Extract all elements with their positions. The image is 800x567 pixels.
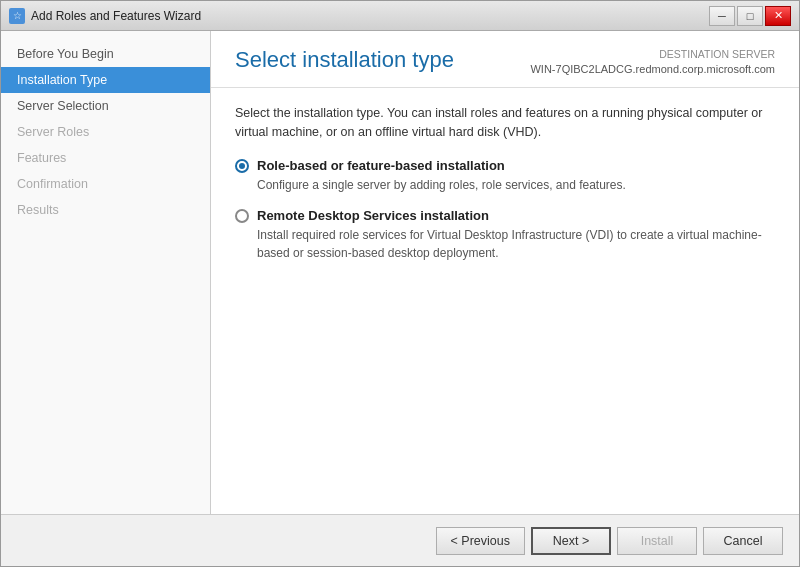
window-title: Add Roles and Features Wizard [31, 9, 201, 23]
title-bar-left: Add Roles and Features Wizard [9, 8, 201, 24]
next-button[interactable]: Next > [531, 527, 611, 555]
sidebar-item-results: Results [1, 197, 210, 223]
cancel-button[interactable]: Cancel [703, 527, 783, 555]
destination-label: DESTINATION SERVER [530, 47, 775, 62]
sidebar-item-installation-type[interactable]: Installation Type [1, 67, 210, 93]
main-body: Select the installation type. You can in… [211, 88, 799, 514]
install-button: Install [617, 527, 697, 555]
wizard-window: Add Roles and Features Wizard ─ □ ✕ Befo… [0, 0, 800, 567]
minimize-button[interactable]: ─ [709, 6, 735, 26]
sidebar-item-server-selection[interactable]: Server Selection [1, 93, 210, 119]
title-bar-controls: ─ □ ✕ [709, 6, 791, 26]
radio-label-remote-desktop[interactable]: Remote Desktop Services installation [257, 208, 489, 223]
main-panel: Select installation type DESTINATION SER… [211, 31, 799, 514]
sidebar-item-server-roles: Server Roles [1, 119, 210, 145]
option-role-based[interactable]: Role-based or feature-based installation… [235, 158, 775, 194]
footer: < Previous Next > Install Cancel [1, 514, 799, 566]
close-button[interactable]: ✕ [765, 6, 791, 26]
radio-row-1: Role-based or feature-based installation [235, 158, 775, 173]
title-bar: Add Roles and Features Wizard ─ □ ✕ [1, 1, 799, 31]
maximize-button[interactable]: □ [737, 6, 763, 26]
destination-server-name: WIN-7QIBC2LADCG.redmond.corp.microsoft.c… [530, 62, 775, 77]
sidebar-item-before-you-begin[interactable]: Before You Begin [1, 41, 210, 67]
sidebar-item-features: Features [1, 145, 210, 171]
radio-desc-remote-desktop: Install required role services for Virtu… [235, 226, 775, 262]
previous-button[interactable]: < Previous [436, 527, 525, 555]
description-text: Select the installation type. You can in… [235, 104, 775, 142]
radio-remote-desktop[interactable] [235, 209, 249, 223]
destination-server-info: DESTINATION SERVER WIN-7QIBC2LADCG.redmo… [530, 47, 775, 77]
header-row: Select installation type DESTINATION SER… [235, 47, 775, 77]
radio-role-based[interactable] [235, 159, 249, 173]
sidebar-item-confirmation: Confirmation [1, 171, 210, 197]
option-remote-desktop[interactable]: Remote Desktop Services installation Ins… [235, 208, 775, 262]
main-header: Select installation type DESTINATION SER… [211, 31, 799, 88]
content-area: Before You Begin Installation Type Serve… [1, 31, 799, 514]
radio-desc-role-based: Configure a single server by adding role… [235, 176, 775, 194]
radio-row-2: Remote Desktop Services installation [235, 208, 775, 223]
radio-label-role-based[interactable]: Role-based or feature-based installation [257, 158, 505, 173]
sidebar: Before You Begin Installation Type Serve… [1, 31, 211, 514]
page-title: Select installation type [235, 47, 454, 73]
wizard-icon [9, 8, 25, 24]
